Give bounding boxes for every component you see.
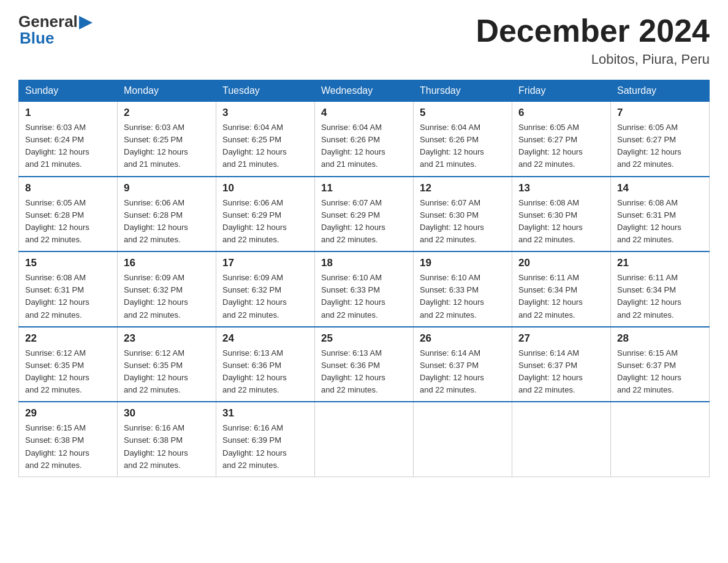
day-number: 26 xyxy=(420,332,506,345)
weekday-header-monday: Monday xyxy=(118,80,216,102)
day-info: Sunrise: 6:12 AM Sunset: 6:35 PM Dayligh… xyxy=(25,347,111,397)
calendar-subtitle: Lobitos, Piura, Peru xyxy=(476,52,710,67)
day-number: 29 xyxy=(25,407,111,419)
day-info: Sunrise: 6:05 AM Sunset: 6:28 PM Dayligh… xyxy=(25,197,111,247)
weekday-header-saturday: Saturday xyxy=(611,80,710,102)
day-info: Sunrise: 6:15 AM Sunset: 6:37 PM Dayligh… xyxy=(617,347,703,397)
calendar-day-cell: 19 Sunrise: 6:10 AM Sunset: 6:33 PM Dayl… xyxy=(414,251,512,327)
weekday-header-tuesday: Tuesday xyxy=(216,80,315,102)
calendar-day-cell: 12 Sunrise: 6:07 AM Sunset: 6:30 PM Dayl… xyxy=(414,177,512,252)
day-number: 6 xyxy=(518,107,604,119)
day-number: 11 xyxy=(321,182,407,194)
day-info: Sunrise: 6:07 AM Sunset: 6:29 PM Dayligh… xyxy=(321,197,407,247)
day-info: Sunrise: 6:14 AM Sunset: 6:37 PM Dayligh… xyxy=(420,347,506,397)
day-info: Sunrise: 6:04 AM Sunset: 6:26 PM Dayligh… xyxy=(420,121,506,171)
day-info: Sunrise: 6:09 AM Sunset: 6:32 PM Dayligh… xyxy=(222,272,308,321)
logo-triangle-icon xyxy=(79,16,93,29)
day-number: 10 xyxy=(222,182,308,194)
day-number: 19 xyxy=(420,257,506,269)
day-number: 18 xyxy=(321,257,407,269)
logo: General Blue xyxy=(18,12,93,48)
day-number: 16 xyxy=(124,257,210,269)
calendar-day-cell: 13 Sunrise: 6:08 AM Sunset: 6:30 PM Dayl… xyxy=(512,177,611,252)
day-info: Sunrise: 6:09 AM Sunset: 6:32 PM Dayligh… xyxy=(124,272,210,321)
day-info: Sunrise: 6:10 AM Sunset: 6:33 PM Dayligh… xyxy=(420,272,506,321)
day-number: 20 xyxy=(518,257,604,269)
day-info: Sunrise: 6:03 AM Sunset: 6:24 PM Dayligh… xyxy=(25,121,111,171)
day-info: Sunrise: 6:03 AM Sunset: 6:25 PM Dayligh… xyxy=(124,121,210,171)
calendar-day-cell: 2 Sunrise: 6:03 AM Sunset: 6:25 PM Dayli… xyxy=(118,102,216,177)
day-info: Sunrise: 6:05 AM Sunset: 6:27 PM Dayligh… xyxy=(617,121,703,171)
calendar-day-cell: 25 Sunrise: 6:13 AM Sunset: 6:36 PM Dayl… xyxy=(315,327,414,402)
calendar-day-cell: 9 Sunrise: 6:06 AM Sunset: 6:28 PM Dayli… xyxy=(118,177,216,252)
logo-blue-text: Blue xyxy=(20,29,54,48)
day-number: 12 xyxy=(420,182,506,194)
calendar-week-row: 15 Sunrise: 6:08 AM Sunset: 6:31 PM Dayl… xyxy=(19,251,710,327)
calendar-day-cell: 5 Sunrise: 6:04 AM Sunset: 6:26 PM Dayli… xyxy=(414,102,512,177)
calendar-day-cell: 22 Sunrise: 6:12 AM Sunset: 6:35 PM Dayl… xyxy=(19,327,118,402)
day-number: 17 xyxy=(222,257,308,269)
day-info: Sunrise: 6:11 AM Sunset: 6:34 PM Dayligh… xyxy=(617,272,703,321)
weekday-header-friday: Friday xyxy=(512,80,611,102)
weekday-header-wednesday: Wednesday xyxy=(315,80,414,102)
calendar-day-cell: 1 Sunrise: 6:03 AM Sunset: 6:24 PM Dayli… xyxy=(19,102,118,177)
day-number: 2 xyxy=(124,107,210,119)
day-info: Sunrise: 6:06 AM Sunset: 6:28 PM Dayligh… xyxy=(124,197,210,247)
calendar-day-cell: 10 Sunrise: 6:06 AM Sunset: 6:29 PM Dayl… xyxy=(216,177,315,252)
calendar-title: December 2024 xyxy=(476,12,710,49)
weekday-header-row: SundayMondayTuesdayWednesdayThursdayFrid… xyxy=(19,80,710,102)
calendar-week-row: 8 Sunrise: 6:05 AM Sunset: 6:28 PM Dayli… xyxy=(19,177,710,252)
calendar-day-cell: 6 Sunrise: 6:05 AM Sunset: 6:27 PM Dayli… xyxy=(512,102,611,177)
day-info: Sunrise: 6:15 AM Sunset: 6:38 PM Dayligh… xyxy=(25,422,111,472)
day-number: 24 xyxy=(222,332,308,345)
weekday-header-thursday: Thursday xyxy=(414,80,512,102)
calendar-day-cell xyxy=(315,402,414,477)
calendar-day-cell: 29 Sunrise: 6:15 AM Sunset: 6:38 PM Dayl… xyxy=(19,402,118,477)
day-info: Sunrise: 6:13 AM Sunset: 6:36 PM Dayligh… xyxy=(321,347,407,397)
calendar-week-row: 22 Sunrise: 6:12 AM Sunset: 6:35 PM Dayl… xyxy=(19,327,710,402)
day-info: Sunrise: 6:16 AM Sunset: 6:39 PM Dayligh… xyxy=(222,422,308,472)
day-info: Sunrise: 6:08 AM Sunset: 6:31 PM Dayligh… xyxy=(25,272,111,321)
day-info: Sunrise: 6:05 AM Sunset: 6:27 PM Dayligh… xyxy=(518,121,604,171)
day-number: 4 xyxy=(321,107,407,119)
calendar-day-cell: 24 Sunrise: 6:13 AM Sunset: 6:36 PM Dayl… xyxy=(216,327,315,402)
calendar-day-cell: 7 Sunrise: 6:05 AM Sunset: 6:27 PM Dayli… xyxy=(611,102,710,177)
day-number: 14 xyxy=(617,182,703,194)
calendar-day-cell: 21 Sunrise: 6:11 AM Sunset: 6:34 PM Dayl… xyxy=(611,251,710,327)
calendar-day-cell: 14 Sunrise: 6:08 AM Sunset: 6:31 PM Dayl… xyxy=(611,177,710,252)
calendar-day-cell: 20 Sunrise: 6:11 AM Sunset: 6:34 PM Dayl… xyxy=(512,251,611,327)
calendar-day-cell: 30 Sunrise: 6:16 AM Sunset: 6:38 PM Dayl… xyxy=(118,402,216,477)
day-info: Sunrise: 6:14 AM Sunset: 6:37 PM Dayligh… xyxy=(518,347,604,397)
day-info: Sunrise: 6:08 AM Sunset: 6:30 PM Dayligh… xyxy=(518,197,604,247)
day-info: Sunrise: 6:13 AM Sunset: 6:36 PM Dayligh… xyxy=(222,347,308,397)
day-number: 8 xyxy=(25,182,111,194)
calendar-day-cell xyxy=(611,402,710,477)
day-info: Sunrise: 6:06 AM Sunset: 6:29 PM Dayligh… xyxy=(222,197,308,247)
calendar-day-cell: 17 Sunrise: 6:09 AM Sunset: 6:32 PM Dayl… xyxy=(216,251,315,327)
calendar-day-cell: 16 Sunrise: 6:09 AM Sunset: 6:32 PM Dayl… xyxy=(118,251,216,327)
day-info: Sunrise: 6:07 AM Sunset: 6:30 PM Dayligh… xyxy=(420,197,506,247)
calendar-week-row: 1 Sunrise: 6:03 AM Sunset: 6:24 PM Dayli… xyxy=(19,102,710,177)
day-number: 30 xyxy=(124,407,210,419)
day-number: 3 xyxy=(222,107,308,119)
day-number: 25 xyxy=(321,332,407,345)
calendar-table: SundayMondayTuesdayWednesdayThursdayFrid… xyxy=(18,80,710,477)
day-info: Sunrise: 6:04 AM Sunset: 6:25 PM Dayligh… xyxy=(222,121,308,171)
calendar-day-cell: 28 Sunrise: 6:15 AM Sunset: 6:37 PM Dayl… xyxy=(611,327,710,402)
day-number: 7 xyxy=(617,107,703,119)
calendar-day-cell: 15 Sunrise: 6:08 AM Sunset: 6:31 PM Dayl… xyxy=(19,251,118,327)
page-header: General Blue December 2024 Lobitos, Piur… xyxy=(18,12,710,67)
calendar-day-cell xyxy=(414,402,512,477)
day-info: Sunrise: 6:16 AM Sunset: 6:38 PM Dayligh… xyxy=(124,422,210,472)
day-number: 13 xyxy=(518,182,604,194)
day-number: 22 xyxy=(25,332,111,345)
day-info: Sunrise: 6:08 AM Sunset: 6:31 PM Dayligh… xyxy=(617,197,703,247)
day-number: 31 xyxy=(222,407,308,419)
calendar-day-cell: 31 Sunrise: 6:16 AM Sunset: 6:39 PM Dayl… xyxy=(216,402,315,477)
calendar-day-cell: 3 Sunrise: 6:04 AM Sunset: 6:25 PM Dayli… xyxy=(216,102,315,177)
calendar-day-cell: 23 Sunrise: 6:12 AM Sunset: 6:35 PM Dayl… xyxy=(118,327,216,402)
calendar-day-cell: 18 Sunrise: 6:10 AM Sunset: 6:33 PM Dayl… xyxy=(315,251,414,327)
calendar-day-cell: 27 Sunrise: 6:14 AM Sunset: 6:37 PM Dayl… xyxy=(512,327,611,402)
day-number: 15 xyxy=(25,257,111,269)
day-number: 27 xyxy=(518,332,604,345)
